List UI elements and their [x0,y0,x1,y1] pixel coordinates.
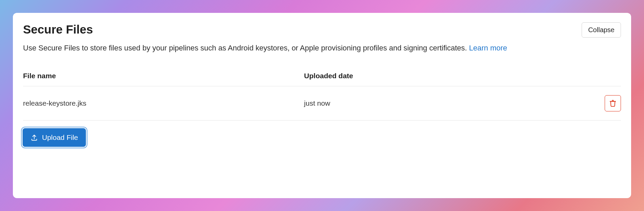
trash-icon [609,100,617,107]
panel-header: Secure Files Collapse [23,22,621,38]
collapse-button[interactable]: Collapse [582,22,621,38]
uploaded-date-cell: just now [304,99,573,107]
learn-more-link[interactable]: Learn more [469,44,507,52]
panel-title: Secure Files [23,22,93,37]
file-name-cell: release-keystore.jks [23,99,304,107]
column-uploaded-date: Uploaded date [304,72,573,80]
delete-button[interactable] [605,95,621,111]
table-row: release-keystore.jks just now [23,86,621,121]
footer-actions: Upload File [23,129,621,146]
actions-cell [573,95,621,111]
description-text: Use Secure Files to store files used by … [23,44,469,52]
column-file-name: File name [23,72,304,80]
files-table: File name Uploaded date release-keystore… [23,72,621,121]
column-actions [573,72,621,80]
upload-file-button[interactable]: Upload File [23,129,85,146]
secure-files-panel: Secure Files Collapse Use Secure Files t… [13,13,631,198]
upload-icon [31,134,38,141]
panel-description: Use Secure Files to store files used by … [23,42,573,54]
upload-button-label: Upload File [42,133,78,142]
table-header: File name Uploaded date [23,72,621,86]
